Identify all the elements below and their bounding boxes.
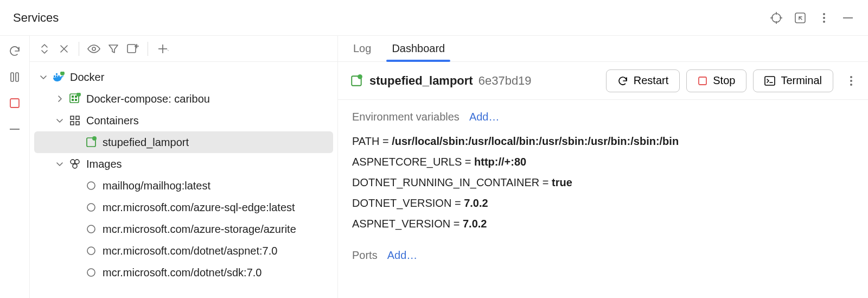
tab-dashboard[interactable]: Dashboard	[391, 37, 446, 61]
more-icon[interactable]	[817, 11, 831, 25]
svg-rect-30	[72, 99, 74, 101]
button-label: Terminal	[781, 74, 822, 87]
env-var: DOTNET_RUNNING_IN_CONTAINER = true	[352, 172, 854, 193]
tree-toolbar	[30, 36, 337, 62]
svg-rect-29	[75, 96, 77, 98]
tree-node-images[interactable]: Images	[30, 153, 337, 175]
tree-node-image-item[interactable]: mcr.microsoft.com/dotnet/sdk:7.0	[30, 262, 337, 283]
compose-icon	[68, 93, 82, 105]
container-icon	[84, 136, 98, 148]
svg-point-2	[772, 14, 781, 22]
tree-node-containers[interactable]: Containers	[30, 110, 337, 131]
chevron-down-icon[interactable]	[54, 116, 66, 125]
button-label: Restart	[634, 74, 668, 87]
svg-point-39	[73, 164, 77, 168]
svg-point-37	[71, 160, 75, 164]
chevron-down-icon[interactable]	[37, 72, 49, 82]
svg-point-49	[850, 84, 852, 86]
svg-point-48	[850, 80, 852, 82]
refresh-icon[interactable]	[8, 44, 22, 58]
svg-rect-35	[71, 122, 74, 125]
image-icon	[84, 181, 98, 191]
terminal-icon	[764, 76, 775, 86]
tree-node-label: Docker	[70, 71, 104, 84]
tree-node-compose[interactable]: Docker-compose: caribou	[30, 88, 337, 110]
add-icon[interactable]	[156, 42, 170, 56]
env-var: ASPNET_VERSION = 7.0.2	[352, 213, 854, 234]
filter-icon[interactable]	[106, 42, 120, 56]
tree-node-image-item[interactable]: mcr.microsoft.com/azure-sql-edge:latest	[30, 196, 337, 218]
env-var: ASPNETCORE_URLS = http://+:80	[352, 151, 854, 172]
image-icon	[84, 224, 98, 234]
chevron-right-icon[interactable]	[54, 94, 66, 104]
env-add-link[interactable]: Add…	[469, 111, 500, 123]
tree-node-container-item[interactable]: stupefied_lamport	[34, 131, 333, 153]
env-var: PATH = /usr/local/sbin:/usr/local/bin:/u…	[352, 131, 854, 151]
svg-point-32	[76, 93, 81, 97]
chevron-down-icon[interactable]	[54, 159, 66, 169]
new-container-icon[interactable]	[126, 42, 140, 56]
image-icon	[84, 246, 98, 256]
tree-panel: Docker Docker-compose: caribou	[30, 36, 338, 298]
svg-point-47	[850, 76, 852, 78]
svg-rect-22	[54, 75, 55, 77]
ports-add-link[interactable]: Add…	[387, 249, 418, 262]
target-icon[interactable]	[769, 11, 783, 25]
svg-rect-28	[72, 96, 74, 98]
tree-node-label: mcr.microsoft.com/dotnet/sdk:7.0	[103, 267, 261, 279]
svg-point-10	[823, 21, 825, 23]
svg-rect-12	[11, 73, 14, 81]
svg-point-8	[823, 13, 825, 15]
containers-icon	[68, 115, 82, 126]
pause-icon[interactable]	[8, 70, 22, 84]
stop-button[interactable]: Stop	[686, 69, 746, 92]
visibility-icon[interactable]	[87, 42, 101, 56]
svg-rect-34	[76, 116, 79, 119]
tree-node-image-item[interactable]: mailhog/mailhog:latest	[30, 175, 337, 196]
minimize-icon[interactable]	[841, 11, 855, 25]
env-var: DOTNET_VERSION = 7.0.2	[352, 193, 854, 213]
svg-rect-31	[75, 99, 77, 101]
svg-point-40	[87, 182, 95, 189]
separator	[148, 42, 148, 56]
tree-node-label: mcr.microsoft.com/azure-storage/azurite	[103, 223, 296, 236]
svg-rect-25	[56, 73, 58, 75]
images-icon	[68, 158, 82, 169]
tree-node-label: Containers	[86, 115, 139, 127]
svg-rect-14	[10, 99, 19, 107]
detail-tabs: Log Dashboard	[338, 36, 868, 62]
expand-collapse-icon[interactable]	[37, 42, 52, 56]
minimize-gutter-icon[interactable]	[8, 122, 22, 136]
svg-rect-24	[58, 75, 60, 77]
detail-panel: Log Dashboard stupefied_lamport 6e37bd19…	[338, 36, 868, 298]
tree-node-label: Images	[86, 158, 122, 170]
detail-body: Environment variables Add… PATH = /usr/l…	[338, 100, 868, 298]
tree-node-label: stupefied_lamport	[103, 136, 189, 149]
stop-icon[interactable]	[8, 96, 22, 110]
container-hash: 6e37bd19	[478, 74, 532, 88]
docker-icon	[52, 72, 66, 83]
restart-button[interactable]: Restart	[606, 69, 680, 92]
env-section-title: Environment variables	[352, 111, 459, 123]
tree-node-label: mcr.microsoft.com/azure-sql-edge:latest	[103, 201, 295, 214]
tree-node-label: mcr.microsoft.com/dotnet/aspnet:7.0	[103, 245, 277, 257]
image-icon	[84, 202, 98, 212]
close-icon[interactable]	[57, 42, 71, 56]
tree-node-label: Docker-compose: caribou	[86, 93, 210, 105]
svg-rect-33	[71, 116, 74, 119]
stop-icon	[698, 76, 707, 86]
svg-point-38	[75, 160, 79, 164]
svg-point-41	[87, 204, 95, 211]
svg-point-26	[60, 72, 65, 75]
more-icon[interactable]	[844, 74, 858, 88]
container-icon	[350, 74, 363, 87]
tree-node-docker[interactable]: Docker	[30, 66, 337, 88]
collapse-icon[interactable]	[793, 11, 807, 25]
tab-log[interactable]: Log	[352, 37, 372, 61]
image-icon	[84, 268, 98, 277]
separator	[79, 42, 79, 56]
terminal-button[interactable]: Terminal	[753, 69, 833, 92]
tree-node-image-item[interactable]: mcr.microsoft.com/dotnet/aspnet:7.0	[30, 240, 337, 262]
service-tree[interactable]: Docker Docker-compose: caribou	[30, 62, 337, 283]
tree-node-image-item[interactable]: mcr.microsoft.com/azure-storage/azurite	[30, 218, 337, 240]
